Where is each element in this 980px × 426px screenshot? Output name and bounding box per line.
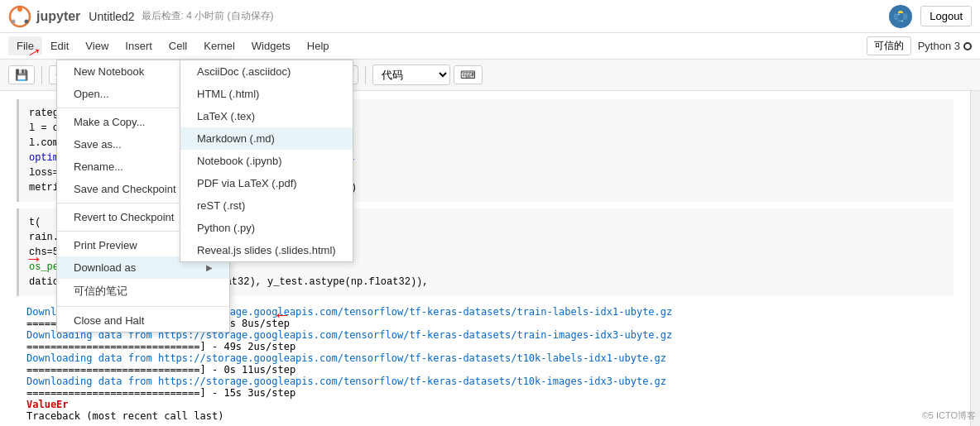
svg-point-5: [901, 20, 903, 22]
download-notebook[interactable]: Notebook (.ipynb): [180, 150, 353, 172]
slides-label: Reveal.js slides (.slides.html): [197, 244, 336, 256]
download-latex[interactable]: LaTeX (.tex): [180, 105, 353, 127]
menubar: File Edit View Insert Cell Kernel Widget…: [0, 33, 980, 60]
menu-trusted-notebook[interactable]: 可信的笔记: [57, 279, 229, 304]
html-label: HTML (.html): [197, 88, 259, 100]
trusted-badge: 可信的: [867, 36, 911, 55]
download-pdf[interactable]: PDF via LaTeX (.pdf): [180, 172, 353, 194]
output-line-7: Downloading data from https://storage.go…: [26, 376, 944, 387]
jupyter-brand-text: jupyter: [36, 9, 80, 24]
trusted-notebook-label: 可信的笔记: [74, 284, 127, 299]
download-html[interactable]: HTML (.html): [180, 83, 353, 105]
output-line-8: =============================] - 15s 3us…: [26, 387, 944, 399]
latex-label: LaTeX (.tex): [197, 110, 255, 122]
jupyter-logo-icon: [8, 5, 31, 28]
download-python[interactable]: Python (.py): [180, 217, 353, 239]
menu-view[interactable]: View: [77, 36, 117, 55]
print-preview-label: Print Preview: [74, 239, 137, 251]
python-label: Python (.py): [197, 222, 255, 234]
download-submenu: AsciiDoc (.asciidoc) HTML (.html) LaTeX …: [180, 60, 353, 262]
error-line: ValueEr: [26, 399, 944, 410]
download-rest[interactable]: reST (.rst): [180, 194, 353, 217]
svg-point-3: [25, 19, 29, 23]
jupyter-logo: jupyter: [8, 5, 80, 28]
save-checkpoint-label: Save and Checkpoint: [74, 183, 176, 195]
make-copy-label: Make a Copy...: [74, 116, 145, 128]
menu-insert[interactable]: Insert: [117, 36, 161, 55]
toolbar-separator-1: [41, 66, 42, 84]
traceback-line: Traceback (most recent call last): [26, 410, 944, 422]
kernel-info: Python 3: [918, 40, 972, 52]
menu-edit[interactable]: Edit: [42, 36, 77, 55]
menubar-right: 可信的 Python 3: [867, 36, 972, 55]
cell-type-select[interactable]: 代码 Markdown Raw: [372, 65, 450, 85]
notebook-title[interactable]: Untitled2: [89, 10, 134, 23]
scrollbar[interactable]: [970, 91, 980, 426]
keyboard-shortcuts-button[interactable]: ⌨: [454, 65, 483, 84]
red-arrow-3: ←: [273, 304, 291, 326]
output-line-4: =============================] - 49s 2us…: [26, 341, 944, 352]
menu-help[interactable]: Help: [299, 36, 338, 55]
asciidoc-label: AsciiDoc (.asciidoc): [197, 65, 291, 78]
download-as-arrow: ▶: [206, 263, 213, 272]
download-asciidoc[interactable]: AsciiDoc (.asciidoc): [180, 60, 353, 83]
close-halt-label: Close and Halt: [74, 314, 144, 327]
open-label: Open...: [74, 88, 109, 100]
notebook-label: Notebook (.ipynb): [197, 155, 282, 167]
download-markdown[interactable]: Markdown (.md): [180, 127, 353, 150]
save-button[interactable]: 💾: [8, 65, 35, 84]
output-line-6: =============================] - 0s 11us…: [26, 364, 944, 376]
header-right: Logout: [889, 5, 972, 28]
python-icon: [889, 5, 912, 28]
kernel-name: Python 3: [918, 40, 960, 52]
download-as-label: Download as: [74, 261, 136, 274]
svg-point-1: [17, 7, 22, 12]
header: jupyter Untitled2 最后检查: 4 小时前 (自动保存) Log…: [0, 0, 980, 33]
svg-point-4: [898, 13, 900, 15]
markdown-label: Markdown (.md): [197, 132, 275, 145]
menu-cell[interactable]: Cell: [161, 36, 195, 55]
rest-label: reST (.rst): [197, 199, 245, 212]
menu-kernel[interactable]: Kernel: [195, 36, 243, 55]
sep-4: [57, 306, 229, 307]
toolbar-separator-4: [365, 66, 366, 84]
checkpoint-info: 最后检查: 4 小时前 (自动保存): [142, 9, 274, 23]
red-arrow-2: →: [25, 248, 43, 270]
logout-button[interactable]: Logout: [920, 6, 972, 26]
rename-label: Rename...: [74, 160, 123, 173]
download-slides[interactable]: Reveal.js slides (.slides.html): [180, 239, 353, 261]
menu-widgets[interactable]: Widgets: [243, 36, 299, 55]
kernel-status-dot: [963, 42, 972, 50]
new-notebook-label: New Notebook: [74, 65, 144, 78]
svg-point-2: [12, 19, 16, 23]
revert-checkpoint-label: Revert to Checkpoint: [74, 211, 174, 223]
output-line-5: Downloading data from https://storage.go…: [26, 352, 944, 364]
menu-close-halt[interactable]: Close and Halt: [57, 309, 229, 332]
watermark: ©5 ICTO博客: [922, 409, 976, 422]
save-as-label: Save as...: [74, 138, 122, 151]
pdf-label: PDF via LaTeX (.pdf): [197, 177, 297, 189]
